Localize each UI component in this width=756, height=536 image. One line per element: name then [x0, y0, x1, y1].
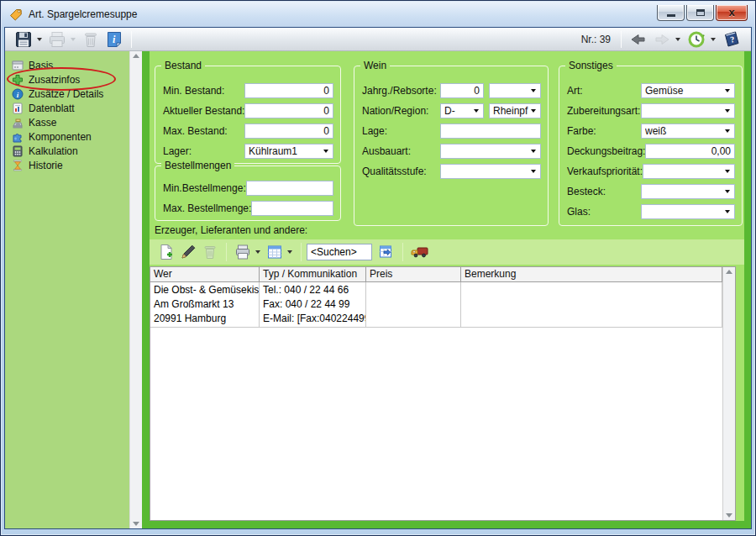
deckungsbeitrag-input[interactable]: 0,00: [645, 144, 735, 159]
print-list-dropdown-arrow-icon[interactable]: [255, 250, 260, 254]
supplier-orders-button[interactable]: [408, 242, 432, 262]
sidebar-item-zusatzinfos[interactable]: Zusatzinfos: [5, 72, 129, 87]
sidebar-item-historie[interactable]: Historie: [5, 158, 129, 172]
scroll-up-icon[interactable]: [726, 270, 732, 274]
delete-button[interactable]: [79, 29, 102, 50]
print-list-button[interactable]: [232, 242, 254, 262]
sidebar-item-label: Zusatzinfos: [29, 74, 80, 86]
table-row[interactable]: Die Obst- & Gemüsekiste Am Großmarkt 13 …: [150, 282, 722, 328]
search-input[interactable]: [307, 244, 372, 260]
lager-select[interactable]: Kühlraum1: [244, 144, 333, 159]
min-bestand-input[interactable]: 0: [244, 83, 333, 98]
table-view-dropdown-arrow-icon[interactable]: [287, 250, 292, 254]
field-label: Ausbauart:: [362, 145, 411, 157]
history-button[interactable]: [684, 29, 709, 50]
verkaufsprioritaet-select[interactable]: [643, 164, 735, 179]
column-header-preis[interactable]: Preis: [366, 267, 461, 281]
help-button[interactable]: ?: [719, 29, 744, 50]
window-title: Art. Spargelcremesuppe: [29, 8, 137, 20]
dropdown-arrow-icon: [531, 150, 536, 153]
zubereitungsart-select[interactable]: [641, 103, 735, 118]
qualitaetsstufe-select[interactable]: [440, 164, 541, 179]
save-button[interactable]: [12, 29, 35, 50]
lage-input[interactable]: [440, 123, 541, 139]
history-dropdown-arrow-icon[interactable]: [711, 38, 716, 41]
forward-dropdown-arrow-icon[interactable]: [675, 38, 680, 41]
add-plus-icon: [12, 74, 24, 86]
field-label: Nation/Region:: [362, 105, 428, 117]
maximize-button[interactable]: [686, 5, 714, 21]
sidebar-item-label: Zusätze / Details: [29, 88, 103, 100]
table-export-button[interactable]: [375, 242, 397, 262]
toolbar-separator: [131, 31, 132, 48]
close-button[interactable]: x: [716, 5, 748, 21]
sidebar: Basis Zusatzinfos i Zusätze / Details: [5, 51, 129, 528]
group-title: Wein: [360, 60, 390, 71]
suppliers-table-main: Wer Typ / Kommunikation Preis Bemerkung …: [150, 267, 722, 520]
max-bestellmenge-input[interactable]: [251, 201, 333, 216]
edit-entry-button[interactable]: [177, 242, 199, 262]
aktueller-bestand-input[interactable]: 0: [244, 103, 333, 118]
field-label: Verkaufspriorität:: [567, 166, 643, 177]
besteck-select[interactable]: [641, 184, 735, 199]
sidebar-item-kasse[interactable]: Kasse: [5, 115, 129, 129]
minimize-button[interactable]: [657, 5, 685, 21]
sidebar-item-zusaetze-details[interactable]: i Zusätze / Details: [5, 87, 129, 101]
rebsorte-select[interactable]: [489, 83, 541, 98]
cell-preis: [366, 282, 461, 328]
group-sonstiges: Sonstiges Art: Gemüse Zubereitungsart:: [559, 66, 743, 226]
sidebar-scrollbar[interactable]: [129, 51, 142, 528]
record-number: Nr.: 39: [581, 34, 611, 45]
sidebar-item-datenblatt[interactable]: Datenblatt: [5, 101, 129, 115]
dropdown-arrow-icon: [725, 109, 730, 113]
dropdown-arrow-icon: [531, 170, 536, 173]
field-label: Glas:: [567, 206, 591, 218]
glas-select[interactable]: [641, 204, 735, 219]
jahrgang-input[interactable]: 0: [440, 83, 484, 98]
field-label: Min.Bestellmenge:: [163, 182, 246, 194]
art-select[interactable]: Gemüse: [641, 83, 735, 98]
group-bestand: Bestand Min. Bestand: 0 Aktueller Bestan…: [155, 66, 341, 164]
scroll-down-icon[interactable]: [726, 513, 732, 518]
field-label: Aktueller Bestand:: [163, 105, 244, 117]
print-icon: [48, 30, 66, 49]
farbe-select[interactable]: weiß: [641, 123, 735, 139]
back-button[interactable]: [627, 29, 650, 50]
toolbar-separator: [621, 31, 622, 48]
field-farbe: Farbe: weiß: [567, 123, 735, 139]
sidebar-item-kalkulation[interactable]: Kalkulation: [5, 144, 129, 158]
save-dropdown-arrow-icon[interactable]: [37, 38, 42, 41]
typ-line: Fax: 040 / 22 44 99: [263, 297, 362, 312]
print-button[interactable]: [45, 29, 69, 50]
field-label: Max. Bestand:: [163, 125, 228, 137]
table-view-button[interactable]: [264, 242, 286, 262]
column-header-wer[interactable]: Wer: [150, 267, 260, 281]
min-bestellmenge-input[interactable]: [246, 181, 333, 196]
scroll-up-icon[interactable]: [133, 54, 139, 58]
forward-button[interactable]: [650, 29, 674, 50]
print-dropdown-arrow-icon[interactable]: [71, 38, 76, 41]
form-icon: [12, 60, 24, 71]
panel-inner: Bestand Min. Bestand: 0 Aktueller Bestan…: [150, 51, 744, 521]
max-bestand-input[interactable]: 0: [244, 123, 333, 139]
field-label: Art:: [567, 85, 583, 97]
column-header-typ[interactable]: Typ / Kommunikation: [260, 267, 366, 281]
column-header-bemerkung[interactable]: Bemerkung: [461, 267, 722, 281]
sidebar-item-komponenten[interactable]: Komponenten: [5, 129, 129, 144]
info-button[interactable]: i: [102, 29, 126, 50]
delete-entry-button[interactable]: [199, 242, 221, 262]
nation-select[interactable]: D-: [440, 103, 484, 118]
field-glas: Glas:: [567, 204, 735, 219]
dropdown-arrow-icon: [531, 89, 536, 92]
region-select[interactable]: Rheinpf: [489, 103, 541, 118]
sidebar-item-basis[interactable]: Basis: [5, 58, 129, 72]
new-entry-button[interactable]: [155, 242, 177, 262]
suppliers-table: Wer Typ / Kommunikation Preis Bemerkung …: [150, 266, 736, 521]
table-scrollbar[interactable]: [722, 267, 735, 520]
scroll-down-icon[interactable]: [133, 522, 139, 526]
ausbauart-select[interactable]: [440, 144, 541, 159]
select-value: D-: [444, 105, 474, 117]
field-verkaufsprioritaet: Verkaufspriorität:: [567, 164, 735, 179]
sidebar-item-label: Datenblatt: [29, 102, 75, 114]
minimize-icon: [667, 14, 675, 17]
